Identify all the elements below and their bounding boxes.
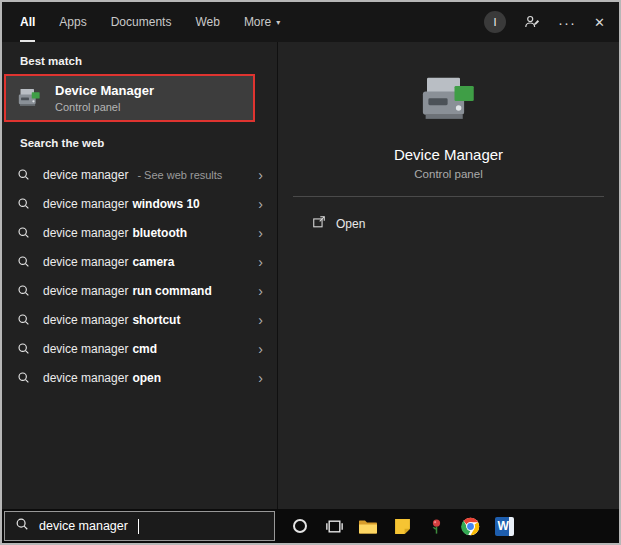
search-filter-bar: All Apps Documents Web More ▾ I ··· ✕ [2, 2, 619, 42]
open-action-label: Open [336, 217, 365, 231]
search-suggestion[interactable]: device manager windows 10 › [2, 189, 277, 218]
best-match-title: Device Manager [55, 83, 154, 98]
text-cursor [138, 519, 139, 534]
windows-search-flyout: All Apps Documents Web More ▾ I ··· ✕ Be [0, 0, 621, 545]
divider [293, 196, 604, 197]
suggestion-text: device manager [43, 255, 128, 269]
chevron-right-icon[interactable]: › [258, 284, 263, 298]
sticky-notes-icon[interactable] [389, 513, 415, 539]
more-options-icon[interactable]: ··· [558, 14, 576, 31]
file-explorer-icon[interactable] [355, 513, 381, 539]
avatar[interactable]: I [484, 11, 506, 33]
search-results-panel: Best match Device Manager Control panel … [2, 42, 277, 509]
search-web-header: Search the web [2, 124, 277, 158]
preview-title: Device Manager [394, 146, 503, 163]
taskbar: device manager [2, 509, 619, 543]
search-suggestion[interactable]: device manager run command › [2, 276, 277, 305]
task-view-icon[interactable] [321, 513, 347, 539]
preview-subtitle: Control panel [414, 168, 482, 180]
best-match-subtitle: Control panel [55, 101, 154, 113]
suggestion-text: device manager [43, 342, 128, 356]
search-icon [17, 342, 30, 355]
search-icon [17, 371, 30, 384]
cortana-circle-icon[interactable] [287, 513, 313, 539]
open-action[interactable]: Open [312, 215, 365, 232]
search-icon [17, 284, 30, 297]
device-manager-icon [416, 68, 482, 134]
suggestion-text: device manager [43, 313, 128, 327]
topbar-actions: I ··· ✕ [484, 11, 605, 33]
taskbar-search-input[interactable]: device manager [4, 511, 275, 541]
word-letter: W [498, 519, 509, 533]
search-suggestion[interactable]: device manager camera › [2, 247, 277, 276]
chevron-right-icon[interactable]: › [258, 255, 263, 269]
suggestion-text: device manager [43, 226, 128, 240]
suggestion-bold-text: bluetooth [132, 226, 187, 240]
feedback-icon[interactable] [524, 14, 540, 30]
suggestion-text: device manager [43, 284, 128, 298]
device-manager-icon [16, 85, 43, 112]
tab-more-label: More [244, 15, 271, 29]
search-suggestion[interactable]: device manager cmd › [2, 334, 277, 363]
search-icon [17, 255, 30, 268]
taskbar-icons: W [287, 513, 517, 539]
search-suggestion[interactable]: device manager open › [2, 363, 277, 392]
chevron-right-icon[interactable]: › [258, 226, 263, 240]
web-suggestions-list: device manager - See web results › devic… [2, 160, 277, 392]
result-preview-panel: Device Manager Control panel Open [277, 42, 619, 509]
chevron-right-icon[interactable]: › [258, 313, 263, 327]
chevron-down-icon: ▾ [276, 18, 280, 27]
best-match-text: Device Manager Control panel [55, 83, 154, 113]
best-match-header: Best match [2, 42, 277, 76]
suggestion-note: - See web results [137, 169, 222, 181]
chevron-right-icon[interactable]: › [258, 371, 263, 385]
search-icon [17, 197, 30, 210]
search-icon [17, 313, 30, 326]
search-icon [15, 517, 29, 535]
search-input-value: device manager [39, 519, 128, 533]
search-icon [17, 226, 30, 239]
suggestion-bold-text: camera [132, 255, 174, 269]
tab-web[interactable]: Web [195, 2, 219, 42]
chevron-right-icon[interactable]: › [258, 168, 263, 182]
chrome-icon[interactable] [457, 513, 483, 539]
flower-icon[interactable] [423, 513, 449, 539]
suggestion-bold-text: run command [132, 284, 211, 298]
search-suggestion[interactable]: device manager - See web results › [2, 160, 277, 189]
suggestion-bold-text: windows 10 [132, 197, 199, 211]
suggestion-text: device manager [43, 371, 128, 385]
suggestion-bold-text: open [132, 371, 161, 385]
filter-tabs: All Apps Documents Web More ▾ [20, 2, 280, 42]
suggestion-text: device manager [43, 197, 128, 211]
tab-more[interactable]: More ▾ [244, 2, 280, 42]
search-suggestion[interactable]: device manager bluetooth › [2, 218, 277, 247]
tab-all[interactable]: All [20, 2, 35, 42]
search-suggestion[interactable]: device manager shortcut › [2, 305, 277, 334]
tab-apps[interactable]: Apps [59, 2, 86, 42]
best-match-result[interactable]: Device Manager Control panel [6, 76, 253, 120]
search-icon [17, 168, 30, 181]
chevron-right-icon[interactable]: › [258, 197, 263, 211]
word-icon[interactable]: W [491, 513, 517, 539]
open-window-icon [312, 215, 326, 232]
suggestion-bold-text: shortcut [132, 313, 180, 327]
chevron-right-icon[interactable]: › [258, 342, 263, 356]
tab-documents[interactable]: Documents [111, 2, 172, 42]
suggestion-text: device manager [43, 168, 128, 182]
close-icon[interactable]: ✕ [594, 15, 605, 30]
suggestion-bold-text: cmd [132, 342, 157, 356]
